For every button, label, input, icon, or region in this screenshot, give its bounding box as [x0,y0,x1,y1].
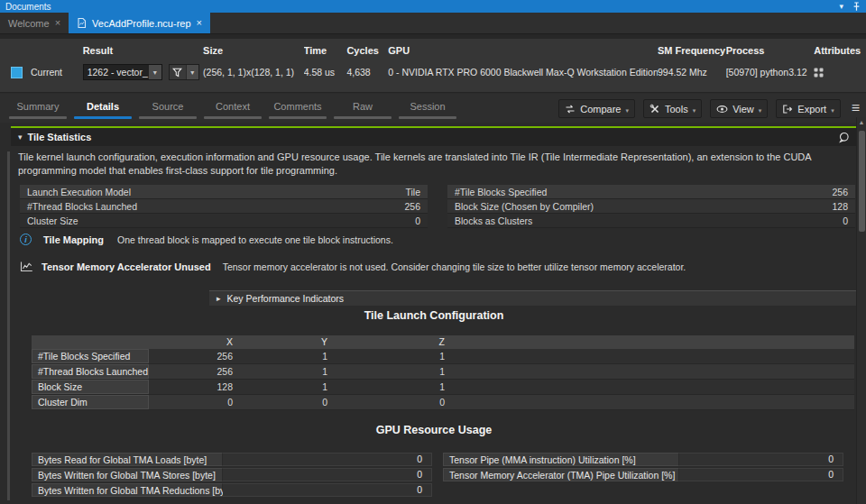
table-row: #Tile Blocks Specified256 [447,185,855,199]
left-splitter[interactable] [7,151,10,500]
tab-welcome[interactable]: Welcome × [0,13,69,33]
table-row: Cluster Dim 0 0 0 [32,395,854,410]
tab-label: Welcome [8,18,50,29]
window-titlebar: Documents ▾ [0,0,866,13]
menu-icon[interactable]: ≡ [852,102,860,115]
filter-button[interactable]: ▾ [169,64,199,80]
tab-summary[interactable]: Summary [5,98,70,119]
collapse-icon[interactable]: ▾ [18,133,23,142]
size-column-label: Size [203,45,304,57]
table-row: #Tile Blocks Specified 256 1 1 [32,349,854,364]
key-performance-indicators-header[interactable]: ▸ Key Performance Indicators [209,290,857,306]
note-text: Tensor memory accelerator is not used. C… [223,261,686,272]
result-color-swatch [11,67,23,78]
tab-vecaddprofile-report[interactable]: VecAddProfile.ncu-rep × [69,13,210,33]
section-description: Tile kernel launch configuration, execut… [11,149,857,178]
table-row: Bytes Written for Global TMA Reductions … [32,483,432,497]
tensor-memory-note: Tensor Memory Accelerator Unused Tensor … [20,261,686,272]
table-row: Tensor Pipe (MMA instruction) Utilizatio… [443,453,843,466]
funnel-icon [170,68,186,78]
tools-button[interactable]: Tools ▾ [643,99,702,118]
table-row: Block Size (Chosen by Compiler)128 [447,199,855,214]
report-doc-icon [77,17,87,29]
resource-usage-title: GPU Resource Usage [11,424,857,436]
note-title: Tensor Memory Accelerator Unused [41,261,211,272]
column-header-z: Z [338,335,456,349]
attributes-grid-icon[interactable] [814,68,824,78]
tab-comments[interactable]: Comments [265,98,330,119]
collapse-icon[interactable]: ▸ [216,294,221,303]
time-column-label: Time [304,45,347,57]
resource-usage-right: Tensor Pipe (MMA instruction) Utilizatio… [443,453,843,499]
table-row: Bytes Written for Global TMA Stores [byt… [32,468,432,481]
note-title: Tile Mapping [43,234,104,245]
tab-source[interactable]: Source [135,98,200,119]
launch-config-title: Tile Launch Configuration [11,309,857,322]
tile-statistics-section-header[interactable]: ▾ Tile Statistics [11,128,857,146]
titlebar-title: Documents [5,2,51,12]
export-icon [782,104,793,115]
close-icon[interactable]: × [55,18,60,28]
report-header: Current Result 1262 - vector_ ▾ ▾ Size (… [0,39,866,93]
process-value: [50970] python3.12 [726,63,815,81]
table-row: Blocks as Clusters0 [447,214,855,228]
close-icon[interactable]: × [197,18,202,28]
table-row: Block Size 128 1 1 [32,380,854,395]
export-button[interactable]: Export ▾ [776,99,840,118]
gpu-value: 0 - NVIDIA RTX PRO 6000 Blackwell Max-Q … [388,63,658,81]
column-header-x: X [149,335,244,349]
attributes-column-label: Attributes [814,45,866,57]
scroll-up-icon[interactable]: ▲ [857,117,866,128]
cycles-value: 4,638 [346,63,388,81]
column-header-y: Y [244,335,338,349]
time-value: 4.58 us [304,63,347,81]
tile-mapping-note: i Tile Mapping One thread block is mappe… [20,234,393,245]
scrollbar-thumb[interactable] [859,131,865,232]
page-nav: Summary Details Source Context Comments … [0,94,866,123]
size-value: (256, 1, 1)x(128, 1, 1) [203,63,304,81]
sm-frequency-column-label: SM Frequency [658,45,726,57]
sm-frequency-value: 994.52 Mhz [658,63,726,81]
gpu-column-label: GPU [388,45,658,57]
tab-details[interactable]: Details [70,98,135,119]
result-column-label: Result [83,45,203,57]
chevron-down-icon: ▾ [831,107,834,115]
current-label: Current [31,67,62,78]
chevron-down-icon[interactable]: ▾ [149,65,161,79]
launch-config-table: X Y Z #Tile Blocks Specified 256 1 1 #Th… [32,335,854,410]
chevron-down-icon[interactable]: ▾ [186,65,198,79]
execution-summary-left: Launch Execution ModelTile #Thread Block… [20,185,428,228]
table-row: Launch Execution ModelTile [20,185,428,199]
compare-button[interactable]: Compare ▾ [558,99,635,118]
chevron-down-icon[interactable]: ▾ [839,2,843,11]
details-page: ▾ Tile Statistics Tile kernel launch con… [11,126,857,504]
comment-bubble-icon[interactable] [838,132,850,143]
chevron-down-icon: ▾ [759,107,762,115]
pin-icon[interactable] [852,2,861,12]
execution-summary-right: #Tile Blocks Specified256 Block Size (Ch… [447,185,855,228]
table-row: Cluster Size0 [20,214,428,228]
result-value: 1262 - vector_ [84,67,149,78]
view-button[interactable]: View ▾ [710,99,768,118]
cycles-column-label: Cycles [346,45,388,57]
section-title: Tile Statistics [28,132,92,142]
chevron-down-icon: ▾ [625,107,629,115]
chevron-down-icon: ▾ [693,107,696,115]
eye-icon [716,104,728,115]
process-column-label: Process [726,45,815,57]
tab-context[interactable]: Context [200,98,265,119]
note-text: One thread block is mapped to execute on… [117,234,393,245]
table-row: Bytes Read for Global TMA Loads [byte] 0 [32,453,432,466]
result-combobox[interactable]: 1262 - vector_ ▾ [83,64,162,80]
table-row: #Thread Blocks Launched 256 1 1 [32,364,854,380]
resource-usage-tables: Bytes Read for Global TMA Loads [byte] 0… [32,453,843,499]
tools-icon [650,104,660,115]
tab-session[interactable]: Session [395,98,460,119]
tab-raw[interactable]: Raw [330,98,395,119]
document-tabbar: Welcome × VecAddProfile.ncu-rep × [0,13,866,34]
tab-label: VecAddProfile.ncu-rep [92,18,190,29]
chart-line-icon [20,261,33,272]
execution-summary-tables: Launch Execution ModelTile #Thread Block… [20,185,855,228]
table-header-row: X Y Z [32,335,854,349]
vertical-scrollbar[interactable]: ▲ [856,117,866,504]
